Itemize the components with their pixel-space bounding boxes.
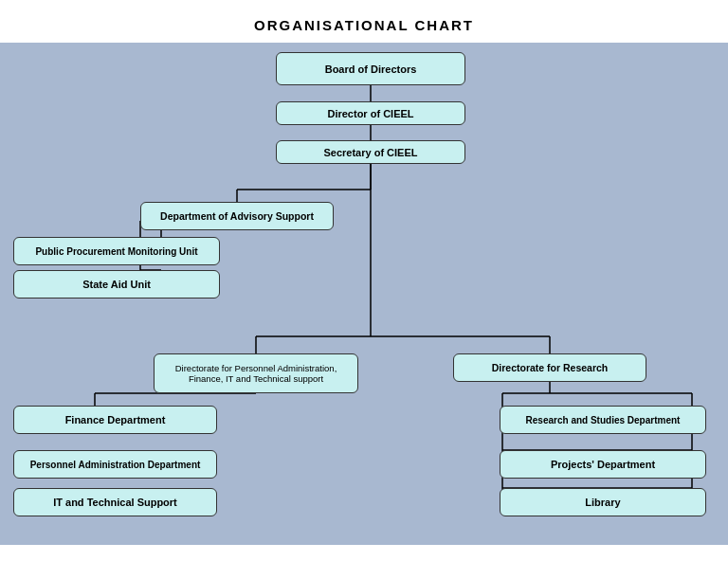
dir-research-box: Directorate for Research (453, 353, 646, 382)
personnel-admin-box: Personnel Administration Department (13, 450, 217, 479)
finance-box: Finance Department (13, 406, 217, 434)
board-box: Board of Directors (276, 52, 465, 85)
secretary-box: Secretary of CIEEL (276, 140, 465, 164)
research-studies-box: Research and Studies Department (500, 406, 706, 434)
it-support-box: IT and Technical Support (13, 488, 217, 516)
chart-area: Board of Directors Director of CIEEL Sec… (0, 43, 728, 545)
procurement-box: Public Procurement Monitoring Unit (13, 237, 220, 265)
state-aid-box: State Aid Unit (13, 270, 220, 299)
projects-box: Projects' Department (500, 450, 706, 479)
page-title: ORGANISATIONAL CHART (0, 0, 728, 43)
advisory-box: Department of Advisory Support (140, 202, 334, 230)
dir-personnel-box: Directorate for Personnel Administration… (154, 353, 358, 393)
library-box: Library (500, 488, 706, 516)
director-box: Director of CIEEL (276, 101, 465, 125)
